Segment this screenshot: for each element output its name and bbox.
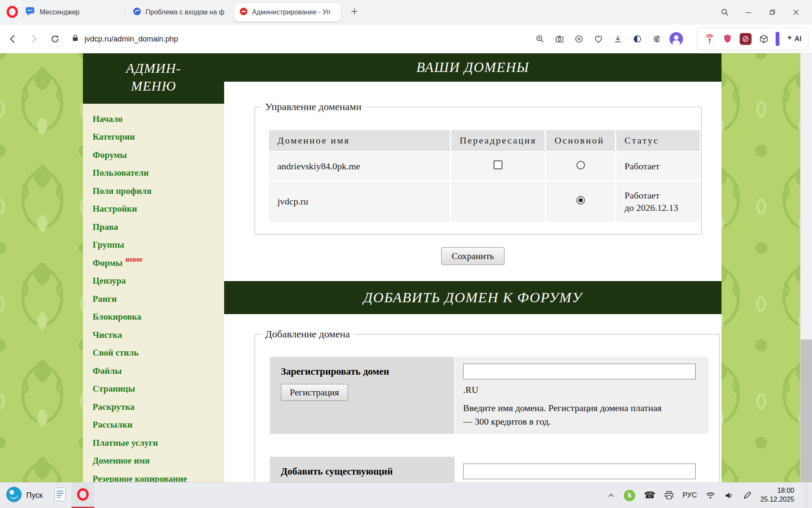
- sidebar-item-categories[interactable]: Категории: [93, 128, 224, 146]
- sidebar-item-files[interactable]: Файлы: [93, 362, 224, 380]
- sidebar-item-cleanup[interactable]: Чистка: [93, 326, 224, 344]
- adblock-icon[interactable]: [740, 33, 752, 45]
- zoom-icon[interactable]: [532, 30, 548, 48]
- sidebar-item-blocking[interactable]: Блокировка: [93, 308, 224, 326]
- tab-bar: Мессенджер Проблема с входом на ф Админи…: [0, 0, 812, 25]
- column-header-status: Статус: [616, 130, 700, 151]
- tld-suffix: .RU: [463, 384, 708, 395]
- profile-avatar[interactable]: [668, 30, 684, 48]
- domains-table-header-row: Доменное имя Переадресация Основной Стат…: [269, 130, 700, 151]
- sidebar-item-mailings[interactable]: Рассылки: [93, 416, 224, 434]
- shield-icon[interactable]: [722, 33, 733, 44]
- wifi-icon[interactable]: [705, 490, 716, 500]
- sidebar-item-paid-services[interactable]: Платные услуги: [93, 434, 224, 452]
- redirect-checkbox[interactable]: [494, 160, 502, 169]
- sidebar-item-permissions[interactable]: Права: [93, 218, 224, 236]
- sidebar-item-profile-fields[interactable]: Поля профиля: [93, 182, 224, 200]
- tab-administration[interactable]: Администрирование - Уп: [234, 3, 341, 22]
- new-tab-button[interactable]: [348, 6, 361, 19]
- admin-menu-title-line2: МЕНЮ: [83, 77, 224, 95]
- register-input-cell: .RU Введите имя домена. Регистрация доме…: [455, 357, 708, 434]
- printer-tray-icon[interactable]: [664, 490, 674, 500]
- aria-ai-button[interactable]: AI: [786, 35, 801, 43]
- register-button[interactable]: Регистрация: [281, 384, 348, 401]
- register-hint: Введите имя домена. Регистрация домена п…: [463, 401, 708, 428]
- bookmark-heart-icon[interactable]: [590, 30, 606, 48]
- sidebar-panel-pill-icon[interactable]: [776, 32, 779, 46]
- sidebar-item-settings[interactable]: Настройки: [93, 200, 224, 218]
- minimize-button[interactable]: [737, 0, 760, 25]
- add-domain-fieldset: Добавление домена Зарегистрировать домен…: [255, 329, 720, 482]
- forward-button[interactable]: [25, 30, 43, 48]
- tab-search-button[interactable]: [713, 0, 737, 25]
- sidebar-item-label: Ранги: [93, 294, 117, 304]
- url-text: jvdcp.ru/admin_domain.php: [85, 35, 178, 44]
- status-cell: Работаетдо 2026.12.13: [616, 182, 700, 222]
- start-button[interactable]: Пуск: [0, 483, 49, 508]
- settings-sliders-icon[interactable]: [649, 30, 665, 48]
- tab-forum-problem[interactable]: Проблема с входом на ф: [128, 3, 231, 22]
- taskbar-notepad-button[interactable]: [49, 483, 71, 508]
- primary-cell: [546, 182, 614, 222]
- sidebar-item-label: Цензура: [93, 276, 126, 286]
- primary-radio[interactable]: [576, 196, 585, 204]
- opera-menu-button[interactable]: [5, 6, 19, 20]
- sidebar-item-label: Настройки: [93, 204, 137, 214]
- page-scrollbar[interactable]: [800, 53, 812, 482]
- sidebar-item-promotion[interactable]: Раскрутка: [93, 398, 224, 416]
- sidebar-item-backup[interactable]: Резервное копирование: [93, 470, 224, 482]
- messenger-panel-button[interactable]: Мессенджер: [25, 5, 80, 20]
- clock-time: 18:00: [760, 486, 794, 495]
- antenna-icon[interactable]: [704, 33, 715, 44]
- volume-icon[interactable]: [724, 490, 734, 500]
- download-icon[interactable]: [610, 30, 626, 48]
- language-indicator[interactable]: РУС: [683, 491, 697, 500]
- save-button[interactable]: Сохранить: [441, 247, 505, 265]
- register-domain-row: Зарегистрировать домен Регистрация .RU В…: [270, 357, 719, 434]
- snapshot-camera-icon[interactable]: [551, 30, 568, 48]
- sidebar-item-forums[interactable]: Форумы: [93, 146, 224, 164]
- clock[interactable]: 18:00 25.12.2025: [760, 486, 794, 504]
- existing-domain-label: Добавить существующий: [281, 466, 444, 477]
- sidebar-item-censorship[interactable]: Цензура: [93, 272, 224, 290]
- tab-separator: [125, 7, 125, 18]
- sidebar-item-pages[interactable]: Страницы: [93, 380, 224, 398]
- sidebar-item-forms[interactable]: Формыновое: [93, 254, 224, 272]
- sidebar-item-users[interactable]: Пользователи: [93, 164, 224, 182]
- existing-domain-input[interactable]: [463, 464, 696, 479]
- sidebar-item-domain-name[interactable]: Доменное имя: [93, 452, 224, 470]
- admin-menu-title-line1: АДМИН-: [83, 59, 224, 77]
- restore-button[interactable]: [760, 0, 784, 25]
- plus-icon: [350, 7, 359, 18]
- redirect-cell: [451, 152, 545, 180]
- phone-tray-icon[interactable]: ☎: [644, 491, 655, 500]
- address-field[interactable]: jvdcp.ru/admin_domain.php: [71, 30, 178, 48]
- sidebar-item-label: Файлы: [93, 366, 122, 376]
- sidebar-item-groups[interactable]: Группы: [93, 236, 224, 254]
- sidebar-item-label: Платные услуги: [93, 438, 158, 448]
- contrast-icon[interactable]: [629, 30, 645, 48]
- sidebar-item-custom-style[interactable]: Свой стиль: [93, 344, 224, 362]
- pen-icon[interactable]: [743, 491, 752, 500]
- scrollbar-thumb[interactable]: [801, 340, 812, 482]
- kaspersky-tray-icon[interactable]: k: [624, 490, 635, 501]
- sidebar-item-label: Поля профиля: [93, 186, 151, 196]
- existing-input-cell: [455, 457, 708, 482]
- reload-button[interactable]: [46, 30, 64, 48]
- sidebar-item-home[interactable]: Начало: [93, 110, 224, 128]
- back-button[interactable]: [3, 30, 22, 48]
- sidebar-item-ranks[interactable]: Ранги: [93, 290, 224, 308]
- admin-menu-title: АДМИН- МЕНЮ: [83, 53, 224, 104]
- show-desktop-button[interactable]: [806, 483, 809, 508]
- domain-cell: andrievskiy84.0pk.me: [269, 152, 450, 180]
- extension-cube-icon[interactable]: [759, 34, 769, 44]
- blocked-circle-icon[interactable]: [571, 30, 587, 48]
- close-button[interactable]: [784, 0, 808, 25]
- taskbar-opera-button[interactable]: [71, 483, 94, 508]
- register-domain-input[interactable]: [463, 364, 696, 379]
- primary-radio[interactable]: [576, 161, 585, 169]
- lock-icon[interactable]: [71, 34, 80, 44]
- page-content: АДМИН- МЕНЮ Начало Категории Форумы Поль…: [0, 53, 812, 482]
- add-existing-domain-row: Добавить существующий: [270, 457, 719, 482]
- tray-chevron-up-icon[interactable]: [607, 491, 615, 500]
